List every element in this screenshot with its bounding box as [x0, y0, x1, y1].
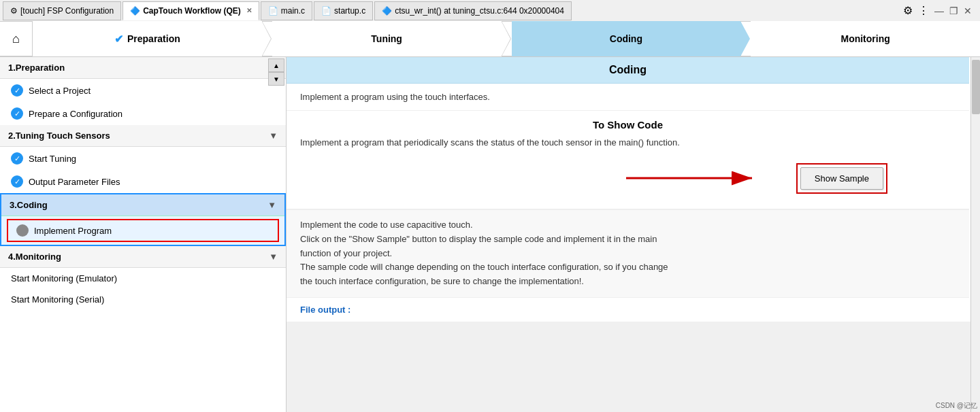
collapse-arrow-coding: ▼ [267, 200, 276, 210]
coding-title: Coding [287, 57, 969, 84]
main-layout: ▲ ▼ 1.Preparation ▼ ✓ Select a Project ✓… [0, 57, 980, 412]
arrow-container [300, 161, 783, 195]
maximize-button[interactable]: ❐ [949, 5, 958, 16]
implement-line-1: Implement the code to use capacitive tou… [300, 218, 956, 233]
red-arrow-svg [619, 161, 769, 195]
collapse-arrow-tuning: ▼ [269, 131, 278, 141]
tab-mainc[interactable]: 📄 main.c [261, 1, 312, 20]
item-implement-program[interactable]: Implement Program [7, 219, 279, 242]
home-button[interactable]: ⌂ [0, 21, 33, 56]
collapse-arrow-monitoring: ▼ [269, 252, 278, 262]
show-code-section: To Show Code Implement a program that pe… [287, 111, 969, 209]
workflow-steps: ✔ Preparation Tuning Coding Monitoring [33, 21, 980, 56]
section-monitoring-header[interactable]: 4.Monitoring ▼ [0, 246, 286, 268]
startupc-icon: 📄 [321, 6, 331, 16]
item-start-tuning[interactable]: ✓ Start Tuning [0, 147, 286, 170]
show-sample-button[interactable]: Show Sample [800, 167, 883, 190]
left-panel: ▲ ▼ 1.Preparation ▼ ✓ Select a Project ✓… [0, 57, 287, 412]
section-tuning: 2.Tuning Touch Sensors ▼ ✓ Start Tuning … [0, 125, 286, 193]
implement-line-2: Click on the "Show Sample" button to dis… [300, 233, 956, 247]
implement-section: Implement the code to use capacitive tou… [287, 209, 969, 297]
implement-line-3: function of your project. [300, 247, 956, 261]
scrollbar-thumb[interactable] [972, 60, 980, 114]
implement-line-5: the touch interface configuration, be su… [300, 275, 956, 289]
fsp-icon: ⚙ [10, 6, 18, 16]
file-output-section: File output : [287, 297, 969, 322]
mainc-icon: 📄 [268, 6, 278, 16]
workflow-step-coding[interactable]: Coding [512, 21, 742, 56]
item-output-params[interactable]: ✓ Output Parameter Files [0, 170, 286, 193]
watermark: CSDN @记忆 [933, 400, 980, 412]
show-sample-button-wrapper: Show Sample [796, 163, 887, 194]
show-code-description: Implement a program that periodically sc… [300, 137, 956, 148]
home-icon: ⌂ [12, 32, 20, 46]
title-bar: ⚙ [touch] FSP Configuration 🔷 CapTouch W… [0, 0, 980, 22]
item-prepare-config[interactable]: ✓ Prepare a Configuration [0, 102, 286, 125]
item-start-monitoring-serial[interactable]: Start Monitoring (Serial) [0, 289, 286, 310]
minimize-button[interactable]: — [934, 5, 944, 16]
check-circle-config: ✓ [11, 107, 23, 120]
show-code-title: To Show Code [300, 119, 956, 131]
grey-circle-implement [16, 224, 29, 237]
workflow-step-preparation[interactable]: ✔ Preparation [33, 21, 263, 56]
scroll-down-button[interactable]: ▼ [268, 72, 284, 86]
implement-line-4: The sample code will change depending on… [300, 260, 956, 275]
window-controls: ⚙ ⋮ — ❐ ✕ [903, 4, 977, 17]
scroll-controls: ▲ ▼ [268, 58, 284, 86]
workflow-step-monitoring[interactable]: Monitoring [751, 21, 980, 56]
check-circle-project: ✓ [11, 84, 23, 97]
workflow-header: ⌂ ✔ Preparation Tuning Coding Monitoring [0, 22, 980, 57]
close-tab-icon[interactable]: ✕ [246, 7, 252, 14]
section-tuning-header[interactable]: 2.Tuning Touch Sensors ▼ [0, 125, 286, 147]
right-scrollbar[interactable] [970, 57, 980, 412]
tab-captouch[interactable]: 🔷 CapTouch Workflow (QE) ✕ [122, 1, 259, 20]
tab-fsp[interactable]: ⚙ [touch] FSP Configuration [3, 1, 121, 20]
coding-intro: Implement a program using the touch inte… [287, 84, 969, 111]
show-sample-area: Show Sample [300, 158, 956, 201]
captouch-icon: 🔷 [130, 6, 140, 16]
section-preparation-header[interactable]: 1.Preparation ▼ [0, 57, 286, 79]
right-panel-container: Coding Implement a program using the tou… [287, 57, 980, 412]
ctsu-icon: 🔷 [382, 6, 392, 16]
check-icon-preparation: ✔ [114, 33, 123, 46]
item-start-monitoring-emulator[interactable]: Start Monitoring (Emulator) [0, 268, 286, 289]
section-monitoring: 4.Monitoring ▼ Start Monitoring (Emulato… [0, 246, 286, 310]
menu-icon[interactable]: ⋮ [918, 4, 929, 17]
tab-ctsu[interactable]: 🔷 ctsu_wr_int() at tuning_ctsu.c:644 0x2… [374, 1, 572, 20]
section-preparation: 1.Preparation ▼ ✓ Select a Project ✓ Pre… [0, 57, 286, 125]
settings-icon[interactable]: ⚙ [903, 4, 913, 17]
section-coding-header[interactable]: 3.Coding ▼ [1, 194, 284, 216]
workflow-step-tuning[interactable]: Tuning [272, 21, 502, 56]
section-coding: 3.Coding ▼ Implement Program [0, 193, 286, 246]
item-select-project[interactable]: ✓ Select a Project [0, 79, 286, 102]
right-panel: Coding Implement a program using the tou… [287, 57, 980, 322]
check-circle-tuning: ✓ [11, 152, 23, 165]
check-circle-params: ✓ [11, 175, 23, 188]
close-button[interactable]: ✕ [964, 5, 972, 16]
scroll-up-button[interactable]: ▲ [268, 58, 284, 72]
tab-startupc[interactable]: 📄 startup.c [314, 1, 373, 20]
